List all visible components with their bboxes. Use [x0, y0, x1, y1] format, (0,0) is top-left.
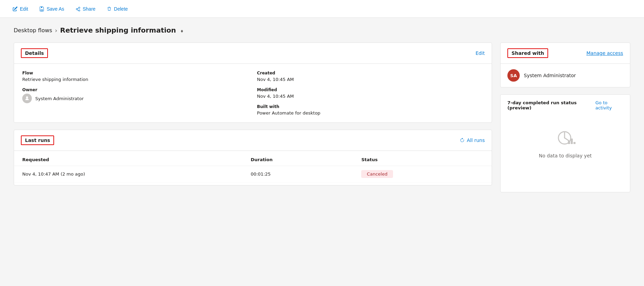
user-name: System Administrator [524, 73, 576, 78]
shared-with-card: Shared with Manage access SA System Admi… [500, 43, 630, 87]
main-grid: Details Edit Flow Retrieve shipping info… [14, 43, 630, 192]
built-with-label: Built with [257, 104, 484, 109]
breadcrumb-current: Retrieve shipping information [60, 26, 176, 34]
svg-rect-1 [568, 141, 570, 144]
left-column: Details Edit Flow Retrieve shipping info… [14, 43, 492, 192]
no-data-text: No data to display yet [539, 153, 592, 158]
save-as-button[interactable]: Save As [35, 4, 68, 14]
breadcrumb-parent-link[interactable]: Desktop flows [14, 27, 52, 34]
share-label: Share [83, 6, 96, 12]
owner-value: System Administrator [35, 96, 84, 101]
modified-label: Modified [257, 87, 484, 92]
user-initials: SA [510, 73, 517, 78]
details-card-header: Details Edit [14, 43, 492, 64]
delete-label: Delete [114, 6, 128, 12]
detail-group-left: Flow Retrieve shipping information Owner [22, 71, 249, 116]
cell-duration: 00:01:25 [242, 166, 353, 182]
manage-access-link[interactable]: Manage access [586, 50, 623, 56]
details-edit-link[interactable]: Edit [476, 50, 485, 56]
runs-table: Requested Duration Status Nov 4, 10:47 A… [14, 154, 492, 182]
refresh-icon [460, 138, 465, 143]
run-status-title: 7-day completed run status (preview) [507, 100, 595, 110]
share-button[interactable]: Share [71, 4, 100, 14]
detail-built-with: Built with Power Automate for desktop [257, 104, 484, 116]
diamond-icon: ⬧ [180, 27, 184, 34]
run-status-card: 7-day completed run status (preview) Go … [500, 94, 630, 192]
right-column: Shared with Manage access SA System Admi… [500, 43, 630, 192]
table-row: Nov 4, 10:47 AM (2 mo ago)00:01:25Cancel… [14, 166, 492, 182]
detail-flow: Flow Retrieve shipping information [22, 71, 249, 82]
shared-with-header: Shared with Manage access [501, 43, 630, 64]
user-row: SA System Administrator [507, 69, 623, 82]
modified-value: Nov 4, 10:45 AM [257, 94, 484, 99]
details-body: Flow Retrieve shipping information Owner [14, 64, 492, 122]
run-status-header: 7-day completed run status (preview) Go … [507, 100, 623, 110]
delete-icon [106, 6, 112, 12]
no-data-chart-icon [555, 128, 576, 149]
last-runs-card-title: Last runs [21, 135, 54, 145]
created-label: Created [257, 71, 484, 75]
share-icon [75, 6, 81, 12]
col-header-duration: Duration [242, 154, 353, 166]
save-as-label: Save As [47, 6, 64, 12]
owner-label: Owner [22, 87, 249, 92]
page-content: Desktop flows › Retrieve shipping inform… [0, 18, 644, 201]
detail-modified: Modified Nov 4, 10:45 AM [257, 87, 484, 99]
all-runs-label: All runs [467, 138, 485, 143]
last-runs-card: Last runs All runs Requested [14, 130, 492, 186]
no-data-container: No data to display yet [507, 121, 623, 172]
col-header-requested: Requested [14, 154, 242, 166]
all-runs-link[interactable]: All runs [460, 138, 485, 143]
last-runs-card-header: Last runs All runs [14, 130, 492, 151]
edit-label: Edit [20, 6, 28, 12]
detail-created: Created Nov 4, 10:45 AM [257, 71, 484, 82]
flow-label: Flow [22, 71, 249, 75]
col-header-status: Status [353, 154, 492, 166]
cell-status: Canceled [353, 166, 492, 182]
detail-owner: Owner System Administrator [22, 87, 249, 103]
shared-with-title: Shared with [507, 48, 548, 58]
svg-rect-3 [573, 142, 576, 144]
owner-avatar [22, 94, 32, 103]
toolbar: Edit Save As Share Delete [0, 0, 644, 18]
created-value: Nov 4, 10:45 AM [257, 77, 484, 82]
flow-value: Retrieve shipping information [22, 77, 249, 82]
person-icon [24, 96, 30, 101]
breadcrumb: Desktop flows › Retrieve shipping inform… [14, 26, 630, 34]
edit-button[interactable]: Edit [8, 4, 32, 14]
edit-icon [12, 6, 18, 12]
go-to-activity-link[interactable]: Go to activity [595, 100, 623, 110]
details-card-title: Details [21, 48, 48, 58]
delete-button[interactable]: Delete [102, 4, 132, 14]
owner-row: System Administrator [22, 94, 249, 103]
breadcrumb-separator: › [55, 27, 57, 34]
detail-group-right: Created Nov 4, 10:45 AM Modified Nov 4, … [257, 71, 484, 116]
save-as-icon [39, 6, 45, 12]
shared-with-body: SA System Administrator [501, 64, 630, 87]
cell-requested: Nov 4, 10:47 AM (2 mo ago) [14, 166, 242, 182]
svg-rect-2 [571, 139, 573, 144]
built-with-value: Power Automate for desktop [257, 110, 484, 116]
runs-table-container: Requested Duration Status Nov 4, 10:47 A… [14, 151, 492, 185]
status-badge: Canceled [361, 170, 393, 178]
details-card: Details Edit Flow Retrieve shipping info… [14, 43, 492, 123]
user-avatar: SA [507, 69, 520, 82]
